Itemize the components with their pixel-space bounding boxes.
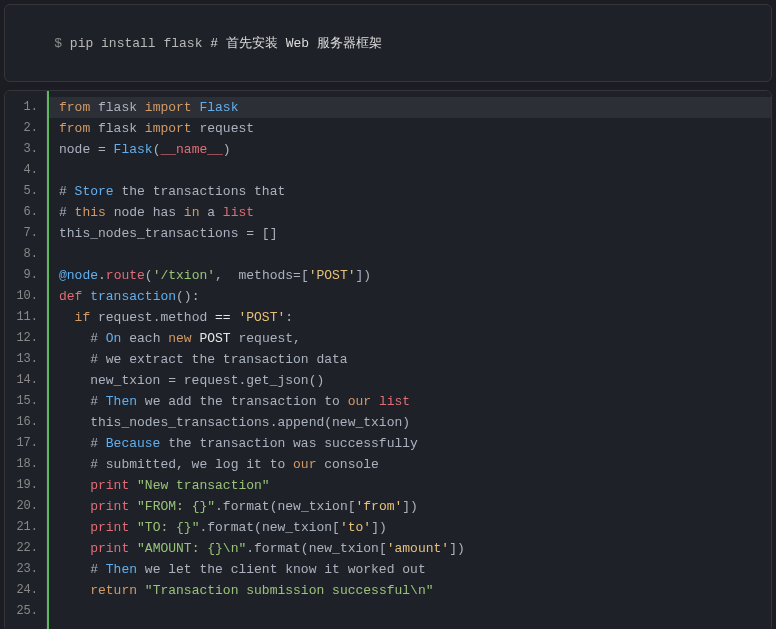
code-line[interactable]: # submitted, we log it to our console (49, 454, 771, 475)
code-token (129, 478, 137, 493)
code-token: On (106, 331, 122, 346)
code-line[interactable]: # Because the transaction was successful… (49, 433, 771, 454)
code-token: request.method (90, 310, 215, 325)
code-token: # (59, 436, 106, 451)
code-token: def (59, 289, 82, 304)
code-token: 'from' (356, 499, 403, 514)
code-line[interactable]: print "FROM: {}".format(new_txion['from'… (49, 496, 771, 517)
line-number: 18. (5, 454, 46, 475)
code-line[interactable]: from flask import Flask (49, 97, 771, 118)
code-line[interactable]: # Then we add the transaction to our lis… (49, 391, 771, 412)
code-token: POST (199, 331, 230, 346)
code-line[interactable]: # this node has in a list (49, 202, 771, 223)
code-token: ]) (449, 541, 465, 556)
line-number: 13. (5, 349, 46, 370)
code-line[interactable]: def transaction(): (49, 286, 771, 307)
code-line[interactable]: print "New transaction" (49, 475, 771, 496)
line-number: 16. (5, 412, 46, 433)
line-number: 21. (5, 517, 46, 538)
code-line[interactable]: this_nodes_transactions.append(new_txion… (49, 412, 771, 433)
code-token: our (348, 394, 371, 409)
code-token: the transaction was successfully (160, 436, 417, 451)
code-panel: 1.2.3.4.5.6.7.8.9.10.11.12.13.14.15.16.1… (4, 90, 772, 629)
code-line[interactable] (49, 601, 771, 622)
line-number: 14. (5, 370, 46, 391)
code-token: @node (59, 268, 98, 283)
code-token: the transactions that (114, 184, 286, 199)
code-token: node = (59, 142, 114, 157)
code-area[interactable]: from flask import Flaskfrom flask import… (47, 91, 771, 629)
code-line[interactable]: if request.method == 'POST': (49, 307, 771, 328)
code-line[interactable] (49, 160, 771, 181)
code-body: 1.2.3.4.5.6.7.8.9.10.11.12.13.14.15.16.1… (5, 91, 771, 629)
command-panel: $ pip install flask # 首先安装 Web 服务器框架 (4, 4, 772, 82)
code-token: a (199, 205, 222, 220)
command-text: pip install flask (70, 36, 210, 51)
code-token: Flask (114, 142, 153, 157)
code-token: ) (223, 142, 231, 157)
code-token (59, 541, 90, 556)
code-line[interactable]: this_nodes_transactions = [] (49, 223, 771, 244)
code-token: # (59, 205, 75, 220)
code-token: __name__ (160, 142, 222, 157)
code-token: .format(new_txion[ (246, 541, 386, 556)
code-token (371, 394, 379, 409)
line-number: 17. (5, 433, 46, 454)
code-line[interactable]: from flask import request (49, 118, 771, 139)
line-number: 2. (5, 118, 46, 139)
code-line[interactable]: # we extract the transaction data (49, 349, 771, 370)
code-token: ]) (402, 499, 418, 514)
code-token (59, 520, 90, 535)
code-token: "Transaction submission successful\n" (145, 583, 434, 598)
prompt: $ (54, 36, 70, 51)
line-number: 10. (5, 286, 46, 307)
line-number: 6. (5, 202, 46, 223)
line-number: 11. (5, 307, 46, 328)
code-token: we let the client know it worked out (137, 562, 426, 577)
code-token: print (90, 520, 129, 535)
code-line[interactable]: node = Flask(__name__) (49, 139, 771, 160)
code-token: import (145, 100, 192, 115)
code-token: print (90, 499, 129, 514)
code-token: new (168, 331, 191, 346)
code-line[interactable]: print "TO: {}".format(new_txion['to']) (49, 517, 771, 538)
code-line[interactable]: print "AMOUNT: {}\n".format(new_txion['a… (49, 538, 771, 559)
code-token (59, 499, 90, 514)
code-token: Then (106, 394, 137, 409)
line-number: 5. (5, 181, 46, 202)
code-line[interactable] (49, 244, 771, 265)
command-comment: # 首先安装 Web 服务器框架 (210, 36, 382, 51)
code-line[interactable]: # Store the transactions that (49, 181, 771, 202)
code-token: each (121, 331, 168, 346)
code-line[interactable]: return "Transaction submission successfu… (49, 580, 771, 601)
code-token: Flask (199, 100, 238, 115)
code-line[interactable]: @node.route('/txion', methods=['POST']) (49, 265, 771, 286)
code-token: 'amount' (387, 541, 449, 556)
code-token: Then (106, 562, 137, 577)
code-token: '/txion' (153, 268, 215, 283)
line-number-gutter: 1.2.3.4.5.6.7.8.9.10.11.12.13.14.15.16.1… (5, 91, 47, 629)
code-token: if (75, 310, 91, 325)
code-token: our (293, 457, 316, 472)
code-line[interactable]: # Then we let the client know it worked … (49, 559, 771, 580)
code-token (59, 310, 75, 325)
code-token (59, 583, 90, 598)
command-line[interactable]: $ pip install flask # 首先安装 Web 服务器框架 (23, 19, 753, 67)
line-number: 19. (5, 475, 46, 496)
code-token (129, 499, 137, 514)
code-token: list (223, 205, 254, 220)
code-token: : (285, 310, 293, 325)
line-number: 15. (5, 391, 46, 412)
code-line[interactable]: # On each new POST request, (49, 328, 771, 349)
code-token: this (75, 205, 106, 220)
code-token: request, (231, 331, 301, 346)
code-token: == (215, 310, 231, 325)
code-token: ( (145, 268, 153, 283)
code-token: # (59, 184, 75, 199)
code-token: (): (176, 289, 199, 304)
code-line[interactable]: new_txion = request.get_json() (49, 370, 771, 391)
code-token: . (98, 268, 106, 283)
code-token: Because (106, 436, 161, 451)
code-token: list (379, 394, 410, 409)
code-token: import (145, 121, 192, 136)
